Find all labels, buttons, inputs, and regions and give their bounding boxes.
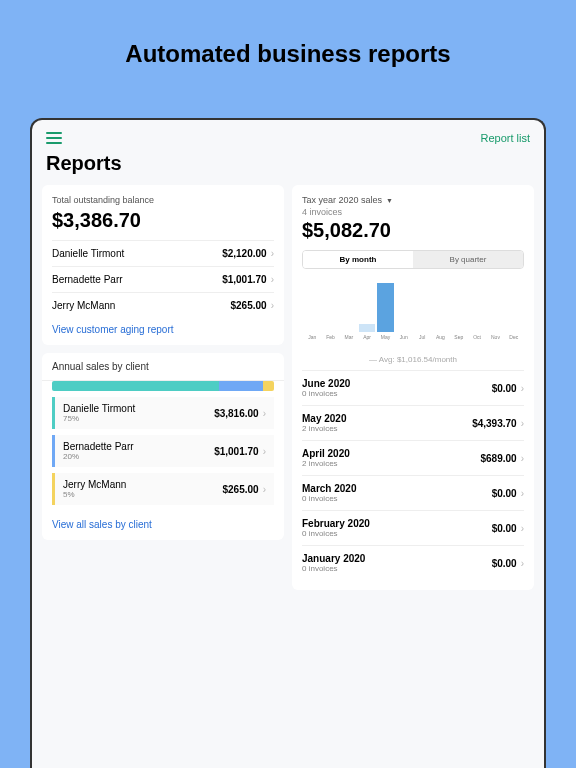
annual-sales-card: Annual sales by client Danielle Tirmont7…	[42, 353, 284, 540]
tablet-frame: Report list Reports Total outstanding ba…	[30, 118, 546, 768]
report-list-link[interactable]: Report list	[480, 132, 530, 144]
aging-report-link[interactable]: View customer aging report	[52, 318, 274, 335]
annual-sales-header: Annual sales by client	[42, 353, 284, 381]
chevron-right-icon: ›	[263, 446, 266, 457]
month-invoices: 0 invoices	[302, 494, 356, 503]
tax-year-dropdown[interactable]: Tax year 2020 sales ▼	[302, 195, 524, 205]
month-row[interactable]: May 20202 invoices$4,393.70›	[302, 406, 524, 441]
month-amount: $0.00	[492, 488, 517, 499]
month-row[interactable]: March 20200 invoices$0.00›	[302, 476, 524, 511]
chevron-right-icon: ›	[271, 274, 274, 285]
client-row[interactable]: Bernadette Parr20% $1,001.70›	[52, 435, 274, 467]
client-amount: $2,120.00	[222, 248, 267, 259]
marketing-headline: Automated business reports	[0, 0, 576, 118]
chevron-right-icon: ›	[521, 558, 524, 569]
month-name: June 2020	[302, 378, 350, 389]
month-amount: $689.00	[481, 453, 517, 464]
menu-icon[interactable]	[46, 132, 62, 144]
month-amount: $0.00	[492, 558, 517, 569]
avg-label: Avg: $1,016.54/month	[302, 351, 524, 371]
chevron-right-icon: ›	[263, 484, 266, 495]
chevron-right-icon: ›	[271, 248, 274, 259]
month-amount: $0.00	[492, 383, 517, 394]
client-amount: $265.00	[231, 300, 267, 311]
month-invoices: 2 invoices	[302, 459, 350, 468]
month-name: March 2020	[302, 483, 356, 494]
client-name: Jerry McMann	[52, 300, 115, 311]
client-pct: 75%	[63, 414, 135, 423]
outstanding-total: $3,386.70	[52, 209, 274, 232]
month-row[interactable]: April 20202 invoices$689.00›	[302, 441, 524, 476]
chevron-right-icon: ›	[271, 300, 274, 311]
month-invoices: 2 invoices	[302, 424, 346, 433]
dropdown-label: Tax year 2020 sales	[302, 195, 382, 205]
outstanding-row[interactable]: Bernadette Parr $1,001.70›	[52, 266, 274, 292]
tax-year-card: Tax year 2020 sales ▼ 4 invoices $5,082.…	[292, 185, 534, 590]
client-name: Danielle Tirmont	[63, 403, 135, 414]
seg-by-quarter[interactable]: By quarter	[413, 251, 523, 268]
chevron-down-icon: ▼	[386, 197, 393, 204]
client-name: Jerry McMann	[63, 479, 126, 490]
month-row[interactable]: January 20200 invoices$0.00›	[302, 546, 524, 580]
month-row[interactable]: February 20200 invoices$0.00›	[302, 511, 524, 546]
client-name: Bernadette Parr	[63, 441, 134, 452]
chevron-right-icon: ›	[521, 418, 524, 429]
tax-total: $5,082.70	[302, 219, 524, 242]
all-sales-link[interactable]: View all sales by client	[42, 511, 284, 540]
outstanding-row[interactable]: Jerry McMann $265.00›	[52, 292, 274, 318]
outstanding-row[interactable]: Danielle Tirmont $2,120.00›	[52, 240, 274, 266]
month-invoices: 0 invoices	[302, 389, 350, 398]
month-invoices: 0 invoices	[302, 529, 370, 538]
month-invoices: 0 invoices	[302, 564, 365, 573]
stacked-bar	[52, 381, 274, 391]
monthly-chart: JanFebMarAprMayJunJulAugSepOctNovDec	[302, 277, 524, 347]
outstanding-label: Total outstanding balance	[52, 195, 274, 205]
client-pct: 20%	[63, 452, 134, 461]
month-name: February 2020	[302, 518, 370, 529]
seg-by-month[interactable]: By month	[303, 251, 413, 268]
client-pct: 5%	[63, 490, 126, 499]
chevron-right-icon: ›	[263, 408, 266, 419]
chevron-right-icon: ›	[521, 488, 524, 499]
top-bar: Report list	[40, 128, 536, 152]
chevron-right-icon: ›	[521, 453, 524, 464]
month-name: May 2020	[302, 413, 346, 424]
client-amount: $3,816.00	[214, 408, 259, 419]
month-name: January 2020	[302, 553, 365, 564]
client-name: Bernadette Parr	[52, 274, 123, 285]
month-amount: $4,393.70	[472, 418, 517, 429]
chevron-right-icon: ›	[521, 383, 524, 394]
segment-control: By month By quarter	[302, 250, 524, 269]
client-amount: $1,001.70	[222, 274, 267, 285]
month-amount: $0.00	[492, 523, 517, 534]
month-name: April 2020	[302, 448, 350, 459]
client-row[interactable]: Danielle Tirmont75% $3,816.00›	[52, 397, 274, 429]
month-row[interactable]: June 20200 invoices$0.00›	[302, 371, 524, 406]
client-amount: $265.00	[223, 484, 259, 495]
client-name: Danielle Tirmont	[52, 248, 124, 259]
invoice-count: 4 invoices	[302, 207, 524, 217]
chevron-right-icon: ›	[521, 523, 524, 534]
outstanding-card: Total outstanding balance $3,386.70 Dani…	[42, 185, 284, 345]
client-amount: $1,001.70	[214, 446, 259, 457]
chart-x-labels: JanFebMarAprMayJunJulAugSepOctNovDec	[302, 332, 524, 340]
page-title: Reports	[40, 152, 536, 185]
client-row[interactable]: Jerry McMann5% $265.00›	[52, 473, 274, 505]
